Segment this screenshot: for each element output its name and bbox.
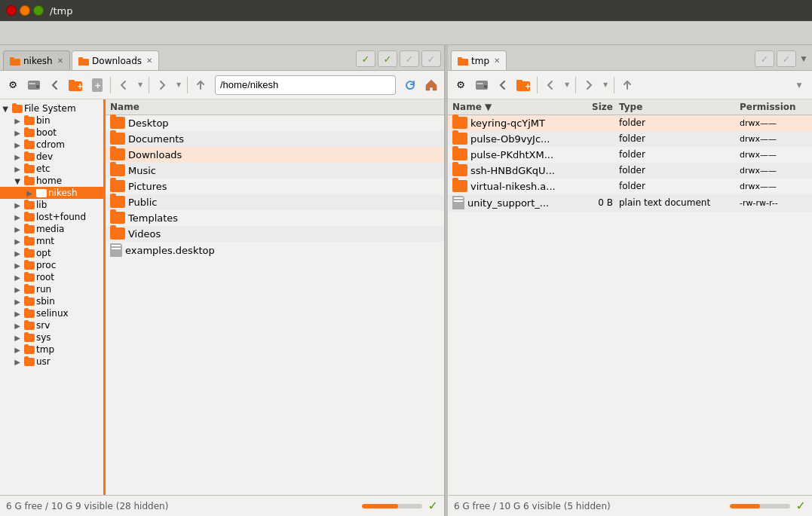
tab-downloads[interactable]: Downloads ✕ <box>72 50 159 70</box>
file-row-documents[interactable]: Documents <box>106 131 444 147</box>
right-col-size[interactable]: Size <box>574 102 619 112</box>
file-name-music: Music <box>110 164 440 176</box>
sidebar-item-cdrom[interactable]: ▶ cdrom <box>0 139 103 151</box>
right-settings-button[interactable]: ⚙ <box>451 75 470 95</box>
tab-downloads-close[interactable]: ✕ <box>146 56 152 65</box>
sidebar-item-sys[interactable]: ▶ sys <box>0 331 103 343</box>
right-file-row-unity[interactable]: unity_support_... 0 B plain text documen… <box>448 194 812 212</box>
sidebar-item-proc[interactable]: ▶ proc <box>0 259 103 271</box>
sidebar-item-sbin[interactable]: ▶ sbin <box>0 295 103 307</box>
right-nav-back-dropdown[interactable]: ▼ <box>562 75 572 95</box>
file-row-videos[interactable]: Videos <box>106 226 444 242</box>
sidebar-item-opt[interactable]: ▶ opt <box>0 247 103 259</box>
sidebar-item-srv[interactable]: ▶ srv <box>0 319 103 331</box>
home-button[interactable] <box>421 75 441 95</box>
right-nav-forward-dropdown[interactable]: ▼ <box>600 75 611 95</box>
file-row-examples[interactable]: examples.desktop <box>106 242 444 259</box>
right-file-row-pulse-ob9[interactable]: pulse-Ob9vyJc... folder drwx—— <box>448 131 812 147</box>
right-col-name[interactable]: Name ▼ <box>452 102 574 112</box>
right-confirm-check-2: ✓ <box>777 50 796 67</box>
right-file-row-ssh[interactable]: ssh-HNBdGKqU... folder drwx—— <box>448 163 812 179</box>
right-file-list-header: Name ▼ Size Type Permission <box>448 99 812 115</box>
svg-rect-8 <box>69 80 75 84</box>
sidebar-item-root[interactable]: ▶ root <box>0 271 103 283</box>
col-header-name[interactable]: Name <box>110 102 440 112</box>
right-file-row-keyring[interactable]: keyring-qcYjMT folder drwx—— <box>448 115 812 131</box>
sidebar-item-home[interactable]: ▼ home <box>0 175 103 187</box>
right-drive-button[interactable] <box>472 75 492 95</box>
right-new-folder-button[interactable]: + <box>514 75 534 95</box>
back-button[interactable] <box>45 75 65 95</box>
sidebar-label-mnt: mnt <box>36 236 54 246</box>
file-row-pictures[interactable]: Pictures <box>106 179 444 194</box>
sidebar-item-nikesh[interactable]: ▶ nikesh <box>0 187 103 199</box>
sidebar-item-media[interactable]: ▶ media <box>0 223 103 235</box>
sidebar-item-boot[interactable]: ▶ boot <box>0 127 103 139</box>
boot-folder-icon <box>24 129 35 137</box>
minimize-button[interactable] <box>20 5 30 16</box>
right-nav-back-icon <box>545 80 556 90</box>
tree-arrow-sbin: ▶ <box>12 298 23 306</box>
file-row-music[interactable]: Music <box>106 163 444 179</box>
sidebar-item-dev[interactable]: ▶ dev <box>0 151 103 163</box>
right-navigate-up-button[interactable] <box>617 75 637 95</box>
navigate-up-button[interactable] <box>191 75 210 95</box>
tab-nikesh-close[interactable]: ✕ <box>57 56 63 65</box>
new-file-button[interactable]: + <box>87 75 107 95</box>
settings-button[interactable]: ⚙ <box>3 75 23 95</box>
toolbar-sep-2 <box>149 77 149 93</box>
right-file-row-virtual[interactable]: virtual-nikesh.a... folder drwx—— <box>448 179 812 194</box>
new-folder-button[interactable]: + <box>66 75 86 95</box>
sidebar-item-lost[interactable]: ▶ lost+found <box>0 211 103 223</box>
confirm-check-2[interactable]: ✓ <box>378 50 397 67</box>
navigate-forward-button[interactable] <box>152 75 172 95</box>
right-navigate-back-button[interactable] <box>541 75 560 95</box>
right-back-button[interactable] <box>493 75 513 95</box>
right-confirm-buttons: ✓ ✓ ▼ <box>755 50 809 70</box>
right-file-row-pulse-pkd[interactable]: pulse-PKdhtXM... folder drwx—— <box>448 147 812 163</box>
file-row-public[interactable]: Public <box>106 194 444 210</box>
file-row-downloads[interactable]: Downloads <box>106 147 444 163</box>
right-col-type[interactable]: Type <box>619 102 740 112</box>
address-bar[interactable] <box>215 75 396 95</box>
sidebar-item-etc[interactable]: ▶ etc <box>0 163 103 175</box>
sidebar-item-mnt[interactable]: ▶ mnt <box>0 235 103 247</box>
nav-forward-dropdown[interactable]: ▼ <box>173 75 184 95</box>
sidebar-item-filesystem[interactable]: ▼ File System <box>0 102 103 114</box>
keyring-type: folder <box>619 118 740 128</box>
sidebar-label-media: media <box>36 224 64 234</box>
pulse-pkd-folder-icon <box>452 148 467 160</box>
drive-button[interactable] <box>24 75 44 95</box>
sidebar-label-srv: srv <box>36 320 50 331</box>
right-navigate-forward-button[interactable] <box>579 75 599 95</box>
right-tab-dropdown[interactable]: ▼ <box>798 50 809 67</box>
svg-point-5 <box>36 85 39 88</box>
right-view-dropdown[interactable]: ▼ <box>789 75 809 95</box>
filesystem-folder-icon <box>12 105 23 113</box>
maximize-button[interactable] <box>33 5 44 16</box>
file-row-templates[interactable]: Templates <box>106 210 444 226</box>
tree-arrow-cdrom: ▶ <box>12 141 23 149</box>
sidebar-item-usr[interactable]: ▶ usr <box>0 356 103 368</box>
sidebar-item-bin[interactable]: ▶ bin <box>0 114 103 127</box>
confirm-check-4: ✓ <box>421 50 441 67</box>
confirm-check-1[interactable]: ✓ <box>356 50 375 67</box>
sidebar-item-run[interactable]: ▶ run <box>0 283 103 295</box>
sidebar-item-lib[interactable]: ▶ lib <box>0 199 103 211</box>
navigate-back-button[interactable] <box>114 75 133 95</box>
right-col-perm[interactable]: Permission <box>740 102 807 112</box>
desktop-folder-icon <box>110 117 125 129</box>
reload-button[interactable] <box>400 75 420 95</box>
run-folder-icon <box>24 285 35 294</box>
tab-tmp[interactable]: tmp ✕ <box>451 50 507 70</box>
file-row-desktop[interactable]: Desktop <box>106 115 444 131</box>
back-icon <box>49 79 61 91</box>
tab-tmp-close[interactable]: ✕ <box>494 56 500 65</box>
sidebar-item-tmp[interactable]: ▶ tmp <box>0 343 103 356</box>
left-file-list-header: Name <box>106 99 444 115</box>
close-button[interactable] <box>6 5 17 16</box>
sidebar-item-selinux[interactable]: ▶ selinux <box>0 307 103 319</box>
nav-back-dropdown[interactable]: ▼ <box>135 75 146 95</box>
tab-nikesh[interactable]: nikesh ✕ <box>3 50 70 70</box>
right-progress-bar <box>730 504 790 508</box>
